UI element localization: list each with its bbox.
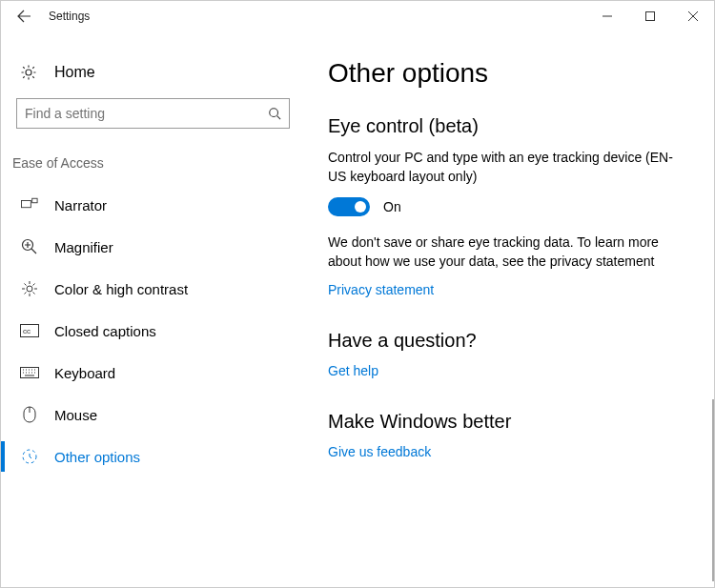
nav-color-contrast[interactable]: Color & high contrast [16,268,290,310]
eye-control-desc: Control your PC and type with an eye tra… [328,149,681,186]
question-heading: Have a question? [328,330,699,352]
search-icon [268,107,281,120]
svg-rect-0 [645,12,654,21]
svg-rect-2 [21,201,31,208]
nav-label: Magnifier [54,239,113,255]
window-title: Settings [43,10,585,23]
svg-point-1 [270,109,278,117]
toggle-state-label: On [383,199,401,214]
nav-narrator[interactable]: Narrator [16,184,290,226]
eye-control-note: We don't save or share eye tracking data… [328,233,681,271]
question-section: Have a question? Get help [328,330,699,378]
get-help-link[interactable]: Get help [328,363,378,378]
toggle-knob [355,201,366,213]
eye-control-section: Eye control (beta) Control your PC and t… [328,115,699,297]
maximize-icon [645,11,655,21]
home-label: Home [54,64,95,81]
other-options-icon [20,448,39,465]
maximize-button[interactable] [628,2,671,30]
title-bar: Settings [1,1,714,31]
feedback-heading: Make Windows better [328,411,699,433]
close-icon [688,11,698,21]
magnifier-icon [20,238,39,255]
nav-mouse[interactable]: Mouse [16,394,290,436]
gear-icon [20,64,37,81]
nav-label: Narrator [54,197,107,213]
home-link[interactable]: Home [16,58,290,98]
eye-control-toggle[interactable] [328,197,370,216]
nav-magnifier[interactable]: Magnifier [16,226,290,268]
category-label: Ease of Access [12,155,290,171]
brightness-icon [20,280,39,297]
nav-keyboard[interactable]: Keyboard [16,352,290,394]
nav-label: Mouse [54,407,97,423]
cc-icon: cc [20,324,39,337]
close-button[interactable] [671,2,714,30]
back-arrow-icon [16,9,31,24]
mouse-icon [20,406,39,423]
privacy-statement-link[interactable]: Privacy statement [328,282,434,297]
window-controls [585,2,714,30]
search-input[interactable] [25,106,268,121]
eye-control-heading: Eye control (beta) [328,115,699,137]
nav-closed-captions[interactable]: cc Closed captions [16,310,290,352]
svg-rect-3 [32,198,37,203]
nav-other-options[interactable]: Other options [16,436,290,477]
nav-label: Keyboard [54,365,115,381]
nav-label: Color & high contrast [54,281,188,297]
minimize-icon [603,11,612,21]
keyboard-icon [20,367,39,378]
narrator-icon [20,197,39,213]
nav-list: Narrator Magnifier Color & high contrast… [16,184,290,477]
nav-label: Closed captions [54,323,156,339]
scrollbar[interactable] [712,399,714,581]
minimize-button[interactable] [585,2,628,30]
sidebar: Home Ease of Access Narrator Magnifier [1,31,301,587]
feedback-link[interactable]: Give us feedback [328,444,431,459]
content-pane: Other options Eye control (beta) Control… [301,31,714,587]
search-box[interactable] [16,98,290,129]
svg-text:cc: cc [23,327,31,335]
page-title: Other options [328,58,699,89]
back-button[interactable] [5,1,43,31]
svg-point-5 [27,286,32,292]
nav-label: Other options [54,449,140,465]
feedback-section: Make Windows better Give us feedback [328,411,699,459]
